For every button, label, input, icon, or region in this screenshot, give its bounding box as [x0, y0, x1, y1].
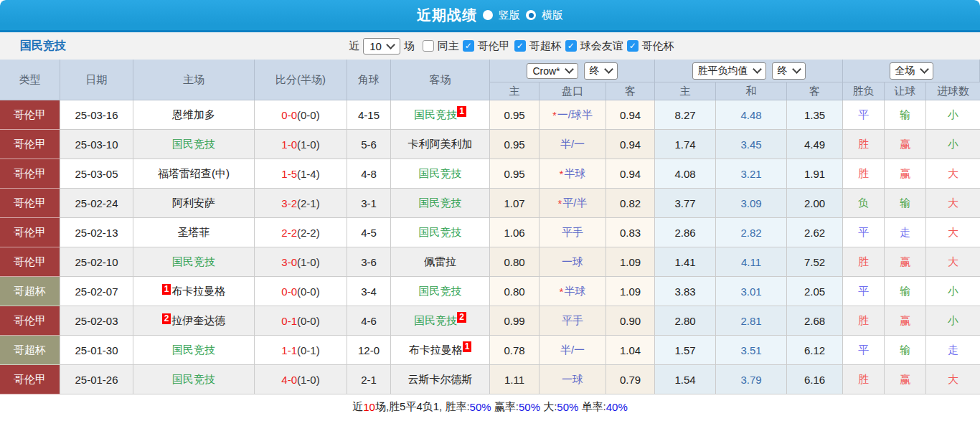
result-wdl-value: 平 [858, 226, 869, 240]
handicap-text: 半球 [564, 285, 585, 298]
handicap-line: 半/一 [540, 336, 606, 365]
odds-away: 0.94 [606, 130, 655, 159]
layout-radio-horizontal-label[interactable]: 横版 [542, 9, 563, 22]
result-goals-value: 大 [948, 167, 958, 181]
corner-score: 4-8 [347, 159, 391, 189]
avg-home-odds: 3.83 [655, 277, 716, 306]
result-goals: 大 [926, 247, 980, 277]
handicap-line: *一/球半 [540, 100, 606, 130]
match-date: 25-03-16 [60, 100, 133, 130]
summary-segment: 赢率: [491, 400, 519, 414]
avg-home-odds: 3.77 [655, 189, 716, 218]
layout-radio-vertical-label[interactable]: 竖版 [499, 9, 520, 22]
fulltime-score: 4-0 [281, 374, 297, 386]
odds-away: 1.09 [606, 247, 655, 277]
handicap-text: 一/球半 [557, 108, 593, 122]
result-handicap-value: 输 [900, 197, 910, 210]
result-handicap: 走 [885, 218, 926, 247]
league-label-4: 哥伦杯 [642, 39, 674, 53]
near-label: 近 [349, 39, 359, 53]
fulltime-score: 1-5 [281, 168, 297, 180]
avg-draw-odds: 3.79 [716, 365, 787, 394]
result-wdl: 平 [843, 336, 885, 365]
corner-score: 4-5 [347, 218, 391, 247]
odds-away: 0.82 [606, 189, 655, 218]
fulltime-score: 3-0 [281, 256, 297, 268]
home-team-name: 福塔雷绍查(中) [158, 167, 230, 181]
league-checkbox-1[interactable] [463, 40, 474, 52]
result-scope-select[interactable]: 全场 [890, 62, 933, 80]
result-goals: 大 [926, 218, 980, 247]
odds-away: 0.94 [606, 159, 655, 189]
match-score: 3-0(1-0) [255, 247, 347, 277]
summary-segment: 40% [606, 401, 628, 413]
corner-score: 4-6 [347, 306, 391, 336]
league-checkbox-2[interactable] [514, 40, 526, 52]
bookmaker-select[interactable]: Crow* [527, 63, 578, 79]
home-team: 2拉伊奎达德 [133, 306, 255, 336]
col-header-home: 主场 [133, 60, 255, 100]
avg-away-odds: 1.91 [787, 159, 843, 189]
avg-draw-odds: 2.81 [716, 306, 787, 336]
halftime-score: (0-0) [297, 285, 320, 298]
layout-radio-horizontal[interactable] [526, 10, 536, 20]
avg-home-odds: 8.27 [655, 100, 716, 130]
match-date: 25-02-10 [60, 247, 133, 277]
halftime-score: (1-0) [297, 374, 320, 386]
odds-time-select[interactable]: 终 [584, 62, 618, 80]
avg-metric-select[interactable]: 胜平负均值 [692, 62, 766, 80]
league-checkbox-4[interactable] [627, 40, 639, 52]
avg-draw-odds: 3.45 [716, 130, 787, 159]
result-handicap: 赢 [885, 130, 926, 159]
avg-draw-value: 2.81 [740, 315, 761, 327]
title-bar: 近期战绩 竖版 横版 [0, 0, 980, 32]
away-team: 佩雷拉 [391, 247, 490, 277]
home-team-name: 圣塔菲 [178, 226, 210, 240]
result-handicap: 赢 [885, 247, 926, 277]
result-handicap-value: 赢 [900, 167, 910, 181]
away-team-name: 卡利阿美利加 [408, 138, 473, 151]
col-header-score: 比分(半场) [255, 60, 347, 100]
summary-segment: 单率: [578, 400, 606, 414]
team-rank-badge: 2 [162, 313, 171, 324]
recent-count-select[interactable]: 10 [363, 38, 400, 55]
avg-metric-select-value: 胜平负均值 [698, 65, 748, 77]
result-wdl-value: 胜 [858, 373, 869, 387]
avg-time-select[interactable]: 终 [772, 62, 806, 80]
result-wdl: 胜 [843, 365, 885, 394]
col-header-date: 日期 [60, 60, 133, 100]
league-type-label: 哥伦甲 [14, 197, 46, 210]
halftime-score: (2-2) [297, 227, 320, 239]
away-team: 布卡拉曼格1 [391, 336, 490, 365]
result-handicap-value: 赢 [900, 314, 910, 328]
summary-bar: 近10场,胜5平4负1, 胜率:50% 赢率:50% 大:50% 单率:40% [0, 394, 980, 419]
away-team: 国民竞技 [391, 218, 490, 247]
away-team: 国民竞技 [391, 277, 490, 306]
result-handicap: 赢 [885, 365, 926, 394]
avg-draw-value: 2.82 [740, 227, 761, 239]
result-handicap-value: 赢 [900, 255, 910, 269]
odds-home: 0.95 [490, 100, 540, 130]
home-team-name: 恩维加多 [172, 108, 215, 122]
match-score: 3-2(2-1) [255, 189, 347, 218]
same-home-checkbox[interactable] [423, 40, 434, 52]
result-wdl: 胜 [843, 130, 885, 159]
team-rank-badge: 1 [457, 106, 466, 117]
avg-away-odds: 2.68 [787, 306, 843, 336]
result-wdl: 胜 [843, 306, 885, 336]
halftime-score: (1-0) [297, 138, 320, 151]
fulltime-score: 3-2 [281, 197, 297, 209]
home-team: 国民竞技 [133, 365, 255, 394]
match-date: 25-03-05 [60, 159, 133, 189]
layout-radio-vertical[interactable] [483, 10, 493, 20]
avg-draw-value: 4.48 [740, 109, 761, 121]
league-checkbox-3[interactable] [565, 40, 577, 52]
result-goals: 大 [926, 189, 980, 218]
avg-draw-odds: 3.21 [716, 159, 787, 189]
away-team: 国民竞技2 [391, 306, 490, 336]
avg-draw-value: 3.09 [740, 197, 761, 209]
home-team: 国民竞技 [133, 130, 255, 159]
home-team: 1布卡拉曼格 [133, 277, 255, 306]
result-wdl-value: 平 [858, 285, 869, 298]
match-row: 哥伦甲25-02-032拉伊奎达德0-1(0-0)4-6国民竞技20.99平手0… [0, 306, 980, 336]
